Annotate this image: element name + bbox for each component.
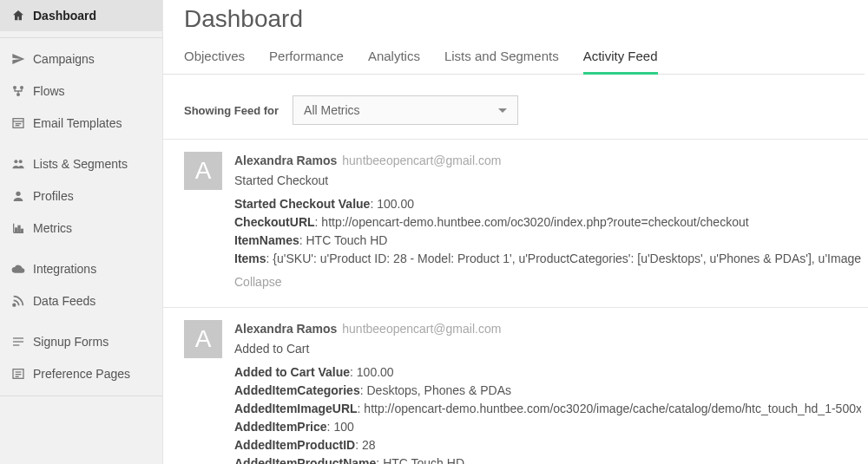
feed-detail-key: CheckoutURL xyxy=(234,215,315,229)
feed-detail-key: AddedItemPrice xyxy=(234,420,327,434)
sidebar-item-label: Signup Forms xyxy=(33,335,108,349)
tab-analytics[interactable]: Analytics xyxy=(368,49,420,74)
metrics-select[interactable]: All Metrics xyxy=(293,95,518,125)
feed-filter-label: Showing Feed for xyxy=(184,104,279,117)
sidebar-item-label: Email Templates xyxy=(33,116,122,130)
feed-detail-value: 100.00 xyxy=(377,197,414,211)
feed-detail-key: AddedItemProductID xyxy=(234,438,355,452)
sidebar-item-label: Flows xyxy=(33,84,65,98)
tab-performance[interactable]: Performance xyxy=(269,49,344,74)
sidebar-item-signup-forms[interactable]: Signup Forms xyxy=(0,326,162,358)
sidebar-item-preference-pages[interactable]: Preference Pages xyxy=(0,358,162,390)
feed-detail-value: 100 xyxy=(333,420,353,434)
sidebar-item-dashboard[interactable]: Dashboard xyxy=(0,0,162,32)
avatar[interactable]: A xyxy=(184,320,222,358)
feed-user-name[interactable]: Alexandra Ramos xyxy=(234,154,337,167)
template-icon xyxy=(10,115,26,131)
feed-detail-value: HTC Touch HD xyxy=(306,233,387,247)
sidebar-item-metrics[interactable]: Metrics xyxy=(0,212,162,245)
sidebar-item-integrations[interactable]: Integrations xyxy=(0,253,162,285)
svg-point-1 xyxy=(20,86,23,89)
svg-point-0 xyxy=(13,86,16,89)
feed-detail-value: 28 xyxy=(362,438,376,452)
sidebar-item-campaigns[interactable]: Campaigns xyxy=(0,43,162,75)
feed-detail-key: AddedItemProductName xyxy=(234,456,376,464)
sidebar-gap xyxy=(0,245,162,253)
sidebar-gap xyxy=(0,140,162,148)
svg-rect-14 xyxy=(21,229,23,232)
sidebar-separator xyxy=(0,395,162,396)
send-icon xyxy=(10,51,26,67)
feed-detail-value: 100.00 xyxy=(357,365,394,379)
svg-point-9 xyxy=(16,192,20,196)
sidebar-item-label: Campaigns xyxy=(33,52,95,66)
feed-item-body: Alexandra Ramoshuntbeeopencart@gmail.com… xyxy=(234,320,861,464)
feed-user-name[interactable]: Alexandra Ramos xyxy=(234,322,337,336)
feed-detail-line: AddedItemImageURL: http://opencart-demo.… xyxy=(234,400,861,418)
sidebar-item-profiles[interactable]: Profiles xyxy=(0,180,162,212)
page-title: Dashboard xyxy=(184,5,868,33)
feed-detail-line: Added to Cart Value: 100.00 xyxy=(234,363,861,382)
cloud-icon xyxy=(10,261,26,277)
feed-detail-value: HTC Touch HD xyxy=(383,456,464,464)
feed-detail-line: AddedItemPrice: 100 xyxy=(234,418,861,436)
chevron-down-icon xyxy=(498,108,507,113)
tab-lists-and-segments[interactable]: Lists and Segments xyxy=(444,49,559,74)
svg-rect-12 xyxy=(16,228,17,232)
feed-detail-line: ItemNames: HTC Touch HD xyxy=(234,232,861,250)
feed-item-body: Alexandra Ramoshuntbeeopencart@gmail.com… xyxy=(234,152,861,291)
sidebar-item-label: Dashboard xyxy=(33,9,96,23)
sidebar-item-email-templates[interactable]: Email Templates xyxy=(0,108,162,140)
sidebar-item-flows[interactable]: Flows xyxy=(0,75,162,108)
tabs: ObjectivesPerformanceAnalyticsLists and … xyxy=(163,49,865,75)
profile-icon xyxy=(10,188,26,204)
feed-detail-key: AddedItemCategories xyxy=(234,383,360,397)
tab-objectives[interactable]: Objectives xyxy=(184,49,245,74)
feed-detail-line: AddedItemCategories: Desktops, Phones & … xyxy=(234,382,861,400)
group-icon xyxy=(10,156,26,172)
feed-detail-line: AddedItemProductName: HTC Touch HD xyxy=(234,454,861,464)
sidebar-item-label: Metrics xyxy=(33,221,72,235)
feed-user-email: huntbeeopencart@gmail.com xyxy=(342,154,501,167)
feed-action: Started Checkout xyxy=(234,172,861,190)
metrics-select-value: All Metrics xyxy=(304,103,360,117)
feed-action: Added to Cart xyxy=(234,340,861,358)
sidebar-item-lists-segments[interactable]: Lists & Segments xyxy=(0,148,162,180)
feed-detail-line: CheckoutURL: http://opencart-demo.huntbe… xyxy=(234,213,861,232)
sidebar-item-label: Integrations xyxy=(33,262,96,276)
svg-point-7 xyxy=(14,160,17,163)
sidebar-separator xyxy=(0,37,162,38)
feed-detail-line: Started Checkout Value: 100.00 xyxy=(234,195,861,213)
feed-detail-key: Started Checkout Value xyxy=(234,197,370,211)
svg-point-15 xyxy=(13,304,16,306)
sidebar-item-data-feeds[interactable]: Data Feeds xyxy=(0,285,162,317)
tab-activity-feed[interactable]: Activity Feed xyxy=(583,49,658,74)
chart-icon xyxy=(10,220,26,236)
feed-item-header: Alexandra Ramoshuntbeeopencart@gmail.com xyxy=(234,152,861,170)
feed-detail-key: Items xyxy=(234,252,266,265)
sidebar-item-label: Preference Pages xyxy=(33,367,130,381)
feed-item: AAlexandra Ramoshuntbeeopencart@gmail.co… xyxy=(163,140,868,308)
home-icon xyxy=(10,8,26,23)
feed-filter-row: Showing Feed for All Metrics xyxy=(163,82,868,140)
feed-icon xyxy=(10,293,26,309)
feed-detail-value: {u'SKU': u'Product ID: 28 - Model: Produ… xyxy=(273,252,861,265)
feed-detail-value: http://opencart-demo.huntbee.com/oc3020/… xyxy=(364,402,861,415)
main-content: Dashboard ObjectivesPerformanceAnalytics… xyxy=(163,0,868,464)
sidebar: DashboardCampaignsFlowsEmail TemplatesLi… xyxy=(0,0,163,464)
feed-item: AAlexandra Ramoshuntbeeopencart@gmail.co… xyxy=(163,308,868,464)
feed-detail-key: ItemNames xyxy=(234,233,299,247)
feed-detail-value: Desktops, Phones & PDAs xyxy=(366,383,511,397)
svg-rect-13 xyxy=(18,225,20,232)
flows-icon xyxy=(10,83,26,99)
sidebar-item-label: Profiles xyxy=(33,189,74,203)
sidebar-item-label: Lists & Segments xyxy=(33,157,128,171)
sidebar-gap xyxy=(0,317,162,326)
feed-detail-line: Items: {u'SKU': u'Product ID: 28 - Model… xyxy=(234,250,861,268)
feed-item-header: Alexandra Ramoshuntbeeopencart@gmail.com xyxy=(234,320,861,338)
avatar[interactable]: A xyxy=(184,152,222,190)
svg-point-8 xyxy=(19,160,23,163)
feed-user-email: huntbeeopencart@gmail.com xyxy=(342,322,501,336)
collapse-toggle[interactable]: Collapse xyxy=(234,273,861,291)
svg-point-2 xyxy=(16,93,20,96)
